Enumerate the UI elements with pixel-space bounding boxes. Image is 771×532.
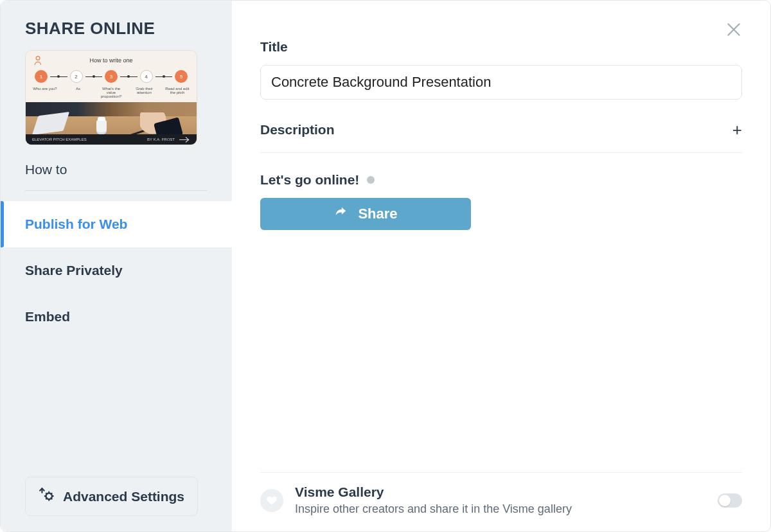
advanced-settings-label: Advanced Settings [63, 489, 184, 504]
title-label: Title [260, 39, 742, 55]
share-button-label: Share [358, 206, 397, 222]
nav-embed[interactable]: Embed [1, 294, 232, 340]
gallery-footer: Visme Gallery Inspire other creators and… [260, 472, 742, 516]
advanced-settings-button[interactable]: Advanced Settings [25, 477, 198, 516]
status-dot-icon [367, 176, 375, 184]
sidebar-nav: Publish for Web Share Privately Embed [1, 201, 232, 340]
close-button[interactable] [723, 20, 745, 42]
share-button[interactable]: Share [260, 198, 471, 230]
thumbnail-step-row: 1 2 3 4 5 [32, 70, 190, 83]
share-modal: SHARE ONLINE How to write one 1 2 [0, 0, 771, 532]
description-label: Description [260, 122, 335, 137]
close-icon [725, 21, 742, 40]
svg-point-0 [36, 57, 40, 60]
main-panel: Title Description + Let's go online! Sha… [232, 1, 770, 531]
lets-go-online-label: Let's go online! [260, 172, 359, 188]
sidebar: SHARE ONLINE How to write one 1 2 [1, 1, 232, 531]
share-icon [333, 205, 348, 223]
advanced-settings-icon [39, 486, 55, 506]
divider [25, 190, 208, 191]
lets-go-online-row: Let's go online! [260, 172, 742, 188]
presentation-thumbnail[interactable]: How to write one 1 2 3 4 5 Who are you? [25, 50, 197, 145]
nav-share-privately[interactable]: Share Privately [1, 247, 232, 294]
description-row[interactable]: Description + [260, 121, 742, 153]
title-input[interactable] [260, 65, 742, 100]
gallery-title: Visme Gallery [295, 484, 706, 500]
thumbnail-caption: How to [25, 162, 208, 177]
thumbnail-photo: ELEVATOR PITCH EXAMPLES BY K.A. FROST [26, 102, 197, 145]
thumbnail-top-caption: How to write one [32, 57, 190, 64]
thumbnail-footer-right: BY K.A. FROST [147, 137, 175, 141]
avatar-icon [33, 55, 42, 66]
thumbnail-step-node: 3 [105, 70, 118, 83]
thumbnail-step-node: 4 [140, 70, 153, 83]
gallery-description: Inspire other creators and share it in t… [295, 502, 706, 516]
thumbnail-step-node: 2 [70, 70, 83, 83]
arrow-right-icon [179, 136, 190, 143]
gallery-toggle[interactable] [718, 493, 742, 508]
thumbnail-footer-left: ELEVATOR PITCH EXAMPLES [32, 137, 87, 141]
plus-icon: + [732, 121, 742, 138]
thumbnail-step-node: 5 [175, 70, 188, 83]
thumbnail-step-node: 1 [35, 70, 48, 83]
heart-icon [260, 489, 283, 512]
sidebar-title: SHARE ONLINE [25, 19, 208, 39]
nav-publish-for-web[interactable]: Publish for Web [1, 201, 232, 247]
